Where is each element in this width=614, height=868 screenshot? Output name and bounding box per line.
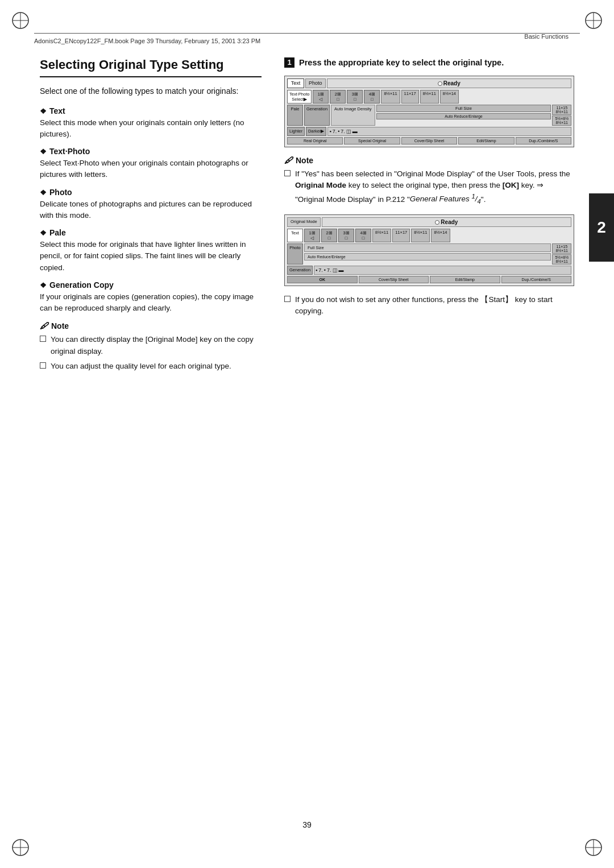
panel1-top-row: Text Photo Ready	[287, 78, 571, 88]
page-number: 39	[302, 820, 312, 829]
panel1-row2: Text·PhotoSelect▶ 1⊞◁ 2⊞□ 3⊞□ 4⊞□ 8½×11 …	[287, 90, 571, 104]
panel2-size-4: 8½×14	[431, 229, 450, 242]
panel2-size-3: 8½×11	[411, 229, 430, 242]
panel2-1up: 1⊞◁	[304, 229, 320, 242]
panel1-ready: Ready	[327, 78, 571, 88]
panel2-size-1: 8½×11	[372, 229, 391, 242]
panel1-real-original: Real Original	[287, 137, 343, 144]
panel2-size-2: 11×17	[392, 229, 410, 242]
panel1-bottom: Real Original Special Original Cover/Sli…	[287, 137, 571, 144]
step-number-1: 1	[284, 57, 294, 68]
header-bar: AdonisC2_ENcopy122F_FM.book Page 39 Thur…	[34, 33, 580, 46]
panel1-row4: Lighter Darker▶ ▪7.•7.◫▬	[287, 127, 571, 136]
note-pencil-icon: 🖊	[40, 321, 48, 330]
panel1-photo-tab: Photo	[305, 78, 326, 88]
panel2-sz1: 11×158½×11	[552, 243, 571, 254]
panel1-sz1: 11×158½×11	[552, 105, 571, 115]
chapter-number: 2	[597, 218, 606, 237]
left-note-item-2: You can adjust the quality level for eac…	[40, 361, 262, 372]
panel2-top-row: Original Mode Ready	[287, 217, 571, 227]
right-column: 1 Press the appropriate key to select th…	[284, 57, 574, 317]
panel2-sz2: 5½×8½8½×11	[552, 254, 571, 264]
panel1-pale: Pale	[287, 105, 303, 126]
panel1-generation: Generation	[304, 105, 330, 126]
final-instruction: If you do not wish to set any other func…	[284, 294, 574, 317]
chapter-tab: 2	[589, 193, 614, 262]
subsection-generation: ❖ Generation Copy If your originals are …	[40, 280, 262, 315]
panel1-size-4: 8½×14	[440, 90, 459, 104]
subsection-text-photo: ❖ Text·Photo Select Text·Photo when your…	[40, 147, 262, 181]
diamond-icon-3: ❖	[40, 188, 47, 197]
step1-instruction: 1 Press the appropriate key to select th…	[284, 57, 574, 69]
panel1-3up: 3⊞□	[347, 90, 363, 104]
panel1-lighter: Lighter	[287, 127, 305, 136]
panel2-text: Text	[287, 229, 303, 242]
diamond-icon-5: ❖	[40, 281, 47, 290]
subsection-title-text-photo: ❖ Text·Photo	[40, 147, 262, 156]
diamond-icon-2: ❖	[40, 147, 47, 156]
right-note-title: 🖊 Note	[284, 155, 574, 165]
main-content: Selecting Original Type Setting Select o…	[40, 57, 574, 817]
panel1-2up: 2⊞□	[330, 90, 346, 104]
panel2-4up: 4⊞□	[355, 229, 371, 242]
right-note-text: If "Yes" has been selected in "Original …	[295, 168, 574, 206]
right-note-label: Note	[296, 156, 313, 165]
panel1-cover: Cover/Slip Sheet	[401, 137, 457, 144]
panel1-special: Special Original	[344, 137, 400, 144]
header-section: Basic Functions	[524, 33, 569, 40]
subsection-title-pale: ❖ Pale	[40, 228, 262, 237]
panel1-4up: 4⊞□	[364, 90, 380, 104]
panel2-cover: Cover/Slip Sheet	[359, 276, 429, 283]
panel1-sz2: 5½×8½8½×11	[552, 115, 571, 126]
panel2-3up: 3⊞□	[338, 229, 354, 242]
step1-text: Press the appropriate key to select the …	[299, 57, 504, 69]
left-column: Selecting Original Type Setting Select o…	[40, 57, 262, 375]
panel2-row4: Generation ▪7.•7.◫▬	[287, 266, 571, 275]
subsection-title-photo: ❖ Photo	[40, 188, 262, 197]
right-note-item: If "Yes" has been selected in "Original …	[284, 168, 574, 206]
panel1-text-photo: Text·PhotoSelect▶	[287, 90, 312, 104]
right-note-checkbox	[284, 170, 291, 176]
subsection-photo: ❖ Photo Delicate tones of photographs an…	[40, 188, 262, 222]
panel1-size-3: 8½×11	[420, 90, 439, 104]
panel2-photo: Photo	[287, 243, 303, 264]
panel2-ready: Ready	[322, 217, 571, 227]
section-title: Selecting Original Type Setting	[40, 57, 262, 77]
note-pencil-icon-right: 🖊	[284, 155, 293, 165]
left-note-item-1: You can directly display the [Original M…	[40, 334, 262, 357]
panel2-2up: 2⊞□	[321, 229, 337, 242]
panel2-orig-mode: Original Mode	[287, 217, 321, 227]
subsection-body-text-photo: Select Text·Photo when your originals co…	[40, 158, 262, 181]
diamond-icon-4: ❖	[40, 229, 47, 237]
panel2-row2: Text 1⊞◁ 2⊞□ 3⊞□ 4⊞□ 8½×11 11×17 8½×11 8…	[287, 229, 571, 242]
panel1-reduce: Auto Reduce/Enlarge	[376, 113, 551, 119]
corner-mark-bl	[10, 837, 31, 858]
section-label: Basic Functions	[524, 33, 569, 40]
panel2-edit: Edit/Stamp	[430, 276, 500, 283]
corner-mark-tl	[10, 10, 31, 31]
subsection-title-text: ❖ Text	[40, 106, 262, 115]
panel1-1up: 1⊞◁	[313, 90, 329, 104]
panel2-generation: Generation	[287, 266, 313, 275]
final-checkbox	[284, 296, 291, 302]
panel1-row3: Pale Generation Auto Image Density Full …	[287, 105, 571, 126]
right-note-section: 🖊 Note If "Yes" has been selected in "Or…	[284, 155, 574, 206]
left-note-title: 🖊 Note	[40, 321, 262, 330]
subsection-body-text: Select this mode when your originals con…	[40, 117, 262, 140]
diamond-icon: ❖	[40, 107, 47, 115]
panel2-dup: Dup./Combine/S	[501, 276, 572, 283]
subsection-body-photo: Delicate tones of photographs and pictur…	[40, 199, 262, 222]
final-text-content: If you do not wish to set any other func…	[295, 294, 574, 317]
header-meta: AdonisC2_ENcopy122F_FM.book Page 39 Thur…	[34, 38, 260, 44]
subsection-body-pale: Select this mode for originals that have…	[40, 239, 262, 274]
subsection-pale: ❖ Pale Select this mode for originals th…	[40, 228, 262, 274]
panel1-dup: Dup./Combine/S	[516, 137, 571, 144]
note-checkbox-1	[40, 336, 46, 342]
panel2-fullsize: Full Size	[304, 243, 551, 252]
panel1-fullsize: Full Size	[376, 105, 551, 112]
panel2-row3: Photo Full Size Auto Reduce/Enlarge 11×1…	[287, 243, 571, 264]
corner-mark-tr	[583, 10, 604, 31]
panel1-auto-image: Auto Image Density	[331, 105, 375, 126]
panel2-bottom: OK Cover/Slip Sheet Edit/Stamp Dup./Comb…	[287, 276, 571, 283]
panel1-size-2: 11×17	[401, 90, 419, 104]
